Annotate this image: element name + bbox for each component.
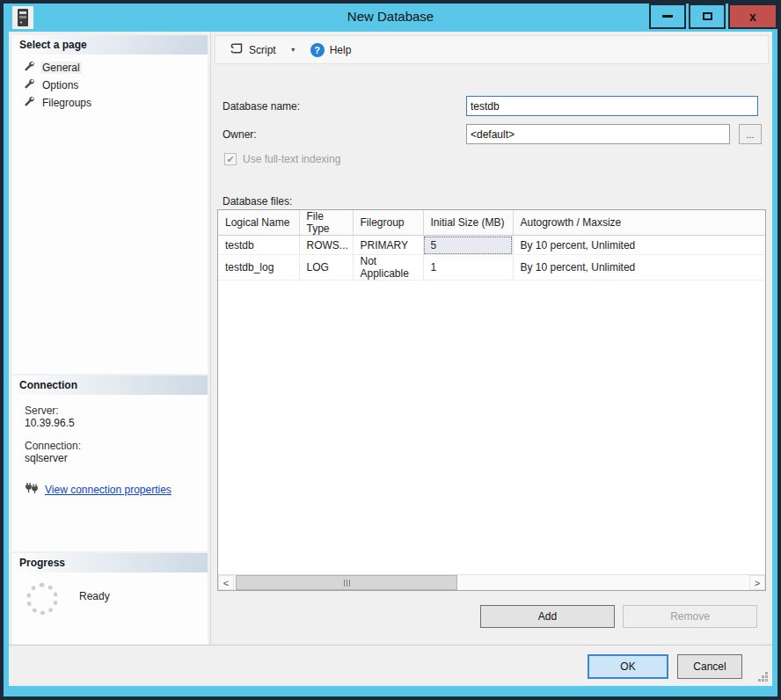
script-icon [230, 42, 244, 57]
close-icon: x [749, 11, 756, 23]
remove-button: Remove [623, 605, 757, 628]
connection-label: Connection: [25, 440, 208, 452]
cell-initial-size-selected[interactable]: 5 [423, 236, 513, 255]
window-controls: x [646, 4, 777, 29]
wrench-icon [23, 96, 34, 110]
progress-status: Ready [79, 590, 110, 602]
table-row: testdb ROWS... PRIMARY 5 By 10 percent, … [218, 236, 765, 255]
owner-label: Owner: [223, 128, 257, 141]
scroll-left-icon[interactable]: < [218, 575, 234, 590]
owner-input[interactable] [466, 124, 730, 144]
grid-header-row: Logical Name File Type Filegroup Initial… [218, 210, 765, 236]
owner-browse-button[interactable]: ... [739, 124, 762, 144]
help-button[interactable]: ? Help [305, 40, 357, 61]
ok-button[interactable]: OK [588, 654, 668, 679]
table-row: testdb_log LOG Not Applicable 1 By 10 pe… [218, 255, 765, 281]
sidebar-item-label: Filegroups [40, 97, 93, 109]
thumb-grip-icon [347, 580, 347, 587]
progress-header: Progress [12, 553, 208, 572]
script-dropdown-icon[interactable]: ▼ [287, 43, 300, 56]
cell-autogrowth[interactable]: By 10 percent, Unlimited [513, 255, 765, 281]
titlebar[interactable]: New Database x [4, 4, 777, 32]
cell-filegroup[interactable]: PRIMARY [353, 236, 423, 255]
col-logical-name[interactable]: Logical Name [218, 210, 299, 236]
cell-logical-name[interactable]: testdb_log [218, 255, 299, 281]
col-autogrowth[interactable]: Autogrowth / Maxsize [513, 210, 765, 236]
cell-file-type[interactable]: ROWS... [299, 236, 353, 255]
cell-autogrowth[interactable]: By 10 percent, Unlimited [513, 236, 765, 255]
connection-properties-icon [25, 482, 39, 498]
connection-panel: Connection Server: 10.39.96.5 Connection… [12, 376, 208, 551]
scroll-right-icon[interactable]: > [749, 575, 765, 590]
progress-spinner-icon [26, 583, 58, 615]
progress-panel: Progress Ready [12, 553, 208, 645]
client-area: Select a page General Options [9, 32, 772, 686]
fulltext-checkbox-label: Use full-text indexing [243, 153, 340, 165]
cell-logical-name[interactable]: testdb [218, 236, 299, 255]
connection-value: sqlserver [25, 452, 208, 464]
maximize-button[interactable] [689, 4, 726, 29]
database-files-label: Database files: [223, 195, 292, 208]
minimize-button[interactable] [649, 4, 686, 29]
cell-file-type[interactable]: LOG [299, 255, 353, 281]
sidebar-item-options[interactable]: Options [19, 77, 208, 94]
fulltext-checkbox[interactable]: ✔ [224, 153, 237, 165]
database-files-grid: Logical Name File Type Filegroup Initial… [217, 209, 766, 591]
page-tree: General Options Filegroups [12, 55, 208, 112]
cancel-button[interactable]: Cancel [677, 654, 742, 679]
scrollbar-thumb[interactable] [236, 575, 457, 590]
col-filegroup[interactable]: Filegroup [353, 210, 423, 236]
dialog-toolbar: Script ▼ ? Help [215, 35, 769, 64]
minimize-icon [662, 15, 673, 18]
server-value: 10.39.96.5 [25, 417, 208, 429]
add-button[interactable]: Add [480, 605, 615, 628]
horizontal-scrollbar[interactable]: < > [218, 574, 765, 590]
connection-header: Connection [12, 376, 208, 395]
wrench-icon [23, 61, 34, 75]
sidebar-divider [210, 32, 211, 645]
wrench-icon [23, 78, 34, 92]
cell-filegroup[interactable]: Not Applicable [353, 255, 423, 281]
database-name-label: Database name: [223, 100, 300, 113]
sidebar-item-general[interactable]: General [19, 59, 208, 77]
new-database-dialog: New Database x Select a page [0, 0, 781, 700]
close-button[interactable]: x [728, 4, 777, 29]
resize-grip[interactable] [766, 680, 767, 681]
server-label: Server: [25, 405, 208, 417]
help-label: Help [330, 44, 352, 56]
view-connection-properties-link[interactable]: View connection properties [45, 484, 172, 496]
database-name-input[interactable] [466, 96, 758, 116]
maximize-icon [703, 12, 712, 20]
sidebar-item-label: Options [40, 79, 80, 91]
sidebar-item-label: General [40, 62, 82, 74]
select-page-panel: Select a page General Options [12, 35, 208, 374]
col-initial-size[interactable]: Initial Size (MB) [423, 210, 513, 236]
thumb-grip-icon [344, 580, 345, 587]
footer-divider [9, 645, 772, 645]
col-file-type[interactable]: File Type [299, 210, 353, 236]
script-label: Script [249, 44, 276, 56]
select-page-header: Select a page [12, 35, 208, 55]
fulltext-checkbox-row: ✔ Use full-text indexing [224, 153, 340, 165]
sidebar-item-filegroups[interactable]: Filegroups [19, 94, 208, 112]
script-button[interactable]: Script [224, 39, 281, 61]
cell-initial-size[interactable]: 1 [423, 255, 513, 281]
help-icon: ? [310, 43, 325, 57]
thumb-grip-icon [349, 580, 350, 587]
